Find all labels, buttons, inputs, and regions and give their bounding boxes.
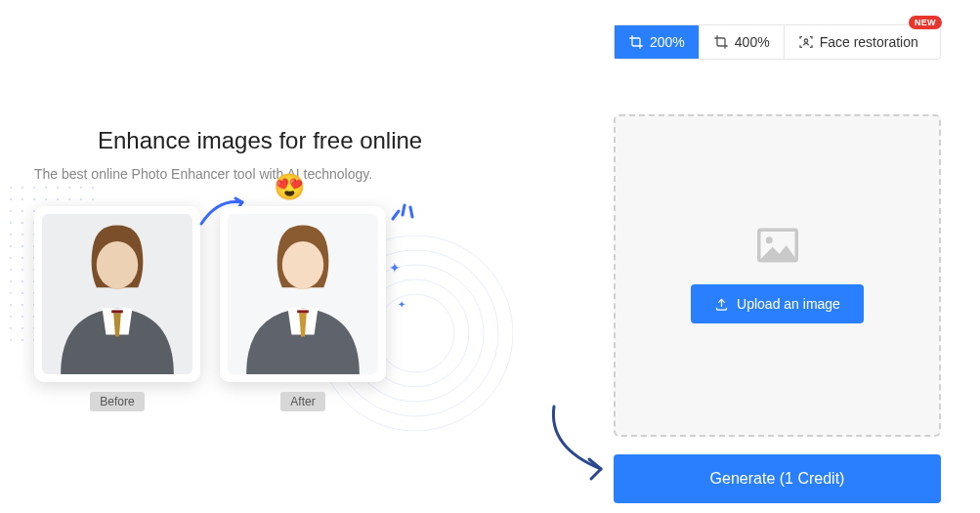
face-scan-icon — [798, 34, 814, 50]
face-restoration-option[interactable]: Face restoration NEW — [784, 25, 932, 59]
svg-line-9 — [393, 211, 399, 219]
image-placeholder-icon — [757, 228, 798, 263]
crop-icon — [713, 34, 729, 50]
svg-point-18 — [765, 236, 772, 243]
zoom-200-label: 200% — [650, 34, 685, 50]
after-label: After — [280, 392, 324, 411]
before-photo-card: Before — [34, 206, 200, 411]
upload-icon — [714, 297, 729, 312]
promo-panel: Enhance images for free online The best … — [34, 127, 464, 411]
pointer-arrow-icon — [542, 401, 630, 484]
heart-eyes-emoji-icon: 😍 — [274, 172, 305, 202]
crop-icon — [628, 34, 644, 50]
svg-line-11 — [410, 207, 412, 217]
before-photo — [34, 206, 200, 382]
svg-point-14 — [282, 241, 323, 288]
new-badge: NEW — [909, 16, 942, 29]
after-photo — [220, 206, 386, 382]
face-restoration-label: Face restoration — [820, 34, 918, 50]
upload-button-label: Upload an image — [737, 296, 840, 312]
zoom-400-label: 400% — [735, 34, 770, 50]
sparkle-icon: ✦ — [398, 299, 405, 310]
burst-icon — [387, 192, 420, 225]
page-subtitle: The best online Photo Enhancer tool with… — [34, 166, 464, 182]
svg-point-16 — [804, 39, 807, 42]
svg-point-7 — [97, 241, 138, 288]
sparkle-icon: ✦ — [389, 260, 401, 276]
page-title: Enhance images for free online — [98, 127, 464, 154]
controls-panel: 200% 400% Face restoration NEW — [614, 24, 941, 503]
generate-button-label: Generate (1 Credit) — [710, 470, 845, 487]
enhance-options: 200% 400% Face restoration NEW — [614, 24, 941, 60]
svg-point-0 — [376, 294, 454, 372]
upload-dropzone[interactable]: Upload an image — [614, 114, 941, 437]
svg-line-10 — [403, 205, 405, 215]
zoom-200-option[interactable]: 200% — [615, 25, 699, 59]
svg-rect-15 — [297, 310, 309, 313]
zoom-400-option[interactable]: 400% — [699, 25, 784, 59]
before-after-comparison: Before 😍 ✦ ✦ — [34, 206, 464, 411]
before-label: Before — [90, 392, 144, 411]
after-photo-card: ✦ ✦ After — [220, 206, 386, 411]
svg-rect-8 — [111, 310, 123, 313]
upload-button[interactable]: Upload an image — [691, 284, 864, 323]
generate-button[interactable]: Generate (1 Credit) — [614, 454, 941, 503]
